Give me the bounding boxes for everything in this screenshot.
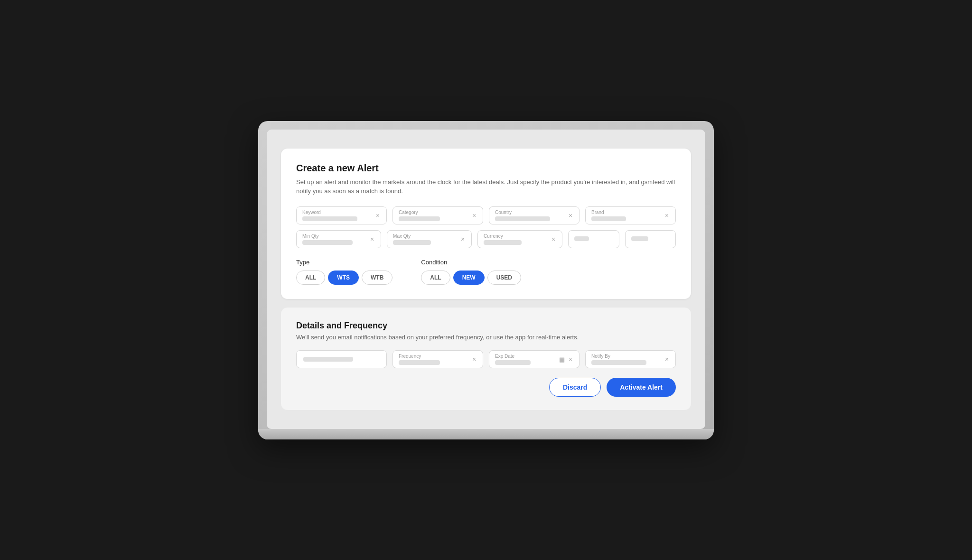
- max-qty-value: [393, 240, 431, 245]
- details-title: Details and Frequency: [296, 321, 676, 331]
- notify-by-value: [591, 360, 646, 365]
- exp-date-value: [495, 360, 531, 365]
- frequency-label: Frequency: [399, 354, 467, 359]
- details-description: We'll send you email notifications based…: [296, 334, 676, 341]
- brand-clear-button[interactable]: ×: [663, 212, 671, 219]
- extra-value-1: [574, 236, 589, 241]
- category-value: [399, 216, 440, 221]
- brand-label: Brand: [591, 210, 660, 215]
- condition-used-button[interactable]: USED: [487, 271, 521, 285]
- details-fields-row: Frequency × Exp Date ▦ × Notify By ×: [296, 350, 676, 368]
- max-qty-field[interactable]: Max Qty ×: [387, 230, 472, 248]
- currency-label: Currency: [484, 233, 547, 239]
- type-section: Type ALL WTS WTB: [296, 259, 393, 285]
- condition-all-button[interactable]: ALL: [421, 271, 450, 285]
- type-wtb-button[interactable]: WTB: [362, 271, 393, 285]
- extra-field-1[interactable]: [568, 230, 619, 248]
- country-field[interactable]: Country ×: [489, 206, 579, 224]
- fields-row-1: Keyword × Category × Country × Brand: [296, 206, 676, 224]
- extra-value-2: [631, 236, 649, 241]
- create-alert-card: Create a new Alert Set up an alert and m…: [281, 149, 691, 299]
- notify-by-clear-button[interactable]: ×: [663, 355, 671, 363]
- min-qty-field[interactable]: Min Qty ×: [296, 230, 381, 248]
- type-all-button[interactable]: ALL: [296, 271, 325, 285]
- currency-value: [484, 240, 522, 245]
- type-label: Type: [296, 259, 393, 266]
- calendar-icon: ▦: [559, 355, 565, 363]
- actions-row: Discard Activate Alert: [296, 378, 676, 397]
- type-wts-button[interactable]: WTS: [328, 271, 359, 285]
- exp-date-label: Exp Date: [495, 354, 554, 359]
- category-field[interactable]: Category ×: [393, 206, 483, 224]
- frequency-clear-button[interactable]: ×: [470, 355, 478, 363]
- alert-name-field[interactable]: [296, 350, 387, 368]
- brand-value: [591, 216, 626, 221]
- keyword-value: [302, 216, 357, 221]
- fields-row-2: Min Qty × Max Qty × Currency ×: [296, 230, 676, 248]
- condition-label: Condition: [421, 259, 521, 266]
- min-qty-value: [302, 240, 353, 245]
- min-qty-label: Min Qty: [302, 233, 365, 239]
- max-qty-label: Max Qty: [393, 233, 456, 239]
- frequency-field[interactable]: Frequency ×: [393, 350, 483, 368]
- currency-clear-button[interactable]: ×: [550, 235, 557, 243]
- frequency-value: [399, 360, 440, 365]
- extra-field-2[interactable]: [625, 230, 676, 248]
- page-description: Set up an alert and monitor the markets …: [296, 177, 676, 196]
- details-card: Details and Frequency We'll send you ema…: [281, 308, 691, 410]
- category-clear-button[interactable]: ×: [470, 212, 478, 219]
- max-qty-clear-button[interactable]: ×: [459, 235, 467, 243]
- exp-date-field[interactable]: Exp Date ▦ ×: [489, 350, 579, 368]
- keyword-field[interactable]: Keyword ×: [296, 206, 387, 224]
- condition-new-button[interactable]: NEW: [453, 271, 485, 285]
- category-label: Category: [399, 210, 467, 215]
- notify-by-label: Notify By: [591, 354, 660, 359]
- laptop-base: [258, 429, 714, 439]
- notify-by-field[interactable]: Notify By ×: [585, 350, 676, 368]
- min-qty-clear-button[interactable]: ×: [368, 235, 376, 243]
- laptop-frame: Create a new Alert Set up an alert and m…: [258, 121, 714, 439]
- keyword-label: Keyword: [302, 210, 371, 215]
- country-label: Country: [495, 210, 564, 215]
- page-title: Create a new Alert: [296, 163, 676, 174]
- activate-alert-button[interactable]: Activate Alert: [607, 378, 676, 397]
- condition-section: Condition ALL NEW USED: [421, 259, 521, 285]
- keyword-clear-button[interactable]: ×: [374, 212, 382, 219]
- laptop-screen: Create a new Alert Set up an alert and m…: [267, 130, 705, 429]
- condition-toggle-group: ALL NEW USED: [421, 271, 521, 285]
- type-condition-row: Type ALL WTS WTB Condition ALL NEW USED: [296, 259, 676, 285]
- country-clear-button[interactable]: ×: [567, 212, 574, 219]
- country-value: [495, 216, 550, 221]
- type-toggle-group: ALL WTS WTB: [296, 271, 393, 285]
- exp-date-clear-button[interactable]: ×: [567, 355, 574, 363]
- discard-button[interactable]: Discard: [549, 378, 601, 397]
- alert-name-value: [303, 357, 353, 362]
- currency-field[interactable]: Currency ×: [477, 230, 562, 248]
- brand-field[interactable]: Brand ×: [585, 206, 676, 224]
